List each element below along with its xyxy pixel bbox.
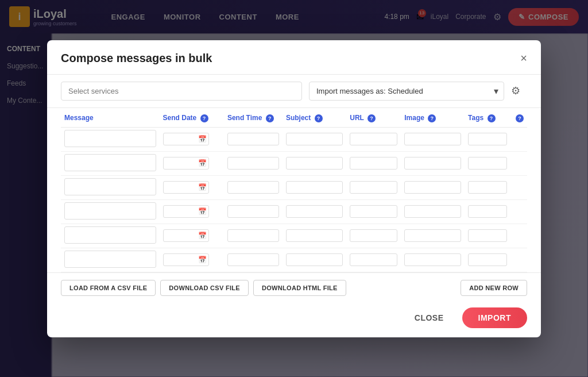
url-input[interactable] <box>350 229 397 242</box>
table-row: 📅 <box>61 151 527 175</box>
tags-cell <box>465 199 510 224</box>
send-time-input[interactable] <box>227 229 279 242</box>
settings-gear-button[interactable]: ⚙ <box>511 84 520 97</box>
col-subject: Subject ? <box>283 108 346 128</box>
table-row: 📅 <box>61 224 527 248</box>
url-cell <box>346 199 401 224</box>
send-time-input[interactable] <box>227 253 279 266</box>
import-select[interactable]: Import messages as: Scheduled <box>309 82 504 101</box>
modal-title: Compose messages in bulk <box>61 52 212 65</box>
send-time-input[interactable] <box>227 157 279 170</box>
url-help-icon[interactable]: ? <box>368 114 376 122</box>
subject-input[interactable] <box>286 229 343 242</box>
image-input[interactable] <box>404 157 461 170</box>
tags-input[interactable] <box>468 133 507 145</box>
message-cell <box>61 199 160 224</box>
extra-help-icon[interactable]: ? <box>516 114 524 122</box>
send-time-cell <box>224 151 283 175</box>
send-time-input[interactable] <box>227 181 279 194</box>
extra-cell <box>510 127 527 151</box>
url-input[interactable] <box>350 157 397 170</box>
tags-help-icon[interactable]: ? <box>488 114 496 122</box>
tags-input[interactable] <box>468 181 507 194</box>
url-cell <box>346 248 401 272</box>
send-date-cell: 📅 <box>160 175 224 199</box>
download-csv-button[interactable]: DOWNLOAD CSV FILE <box>160 280 249 296</box>
send-time-input[interactable] <box>227 205 279 218</box>
tags-input[interactable] <box>468 229 507 242</box>
tags-cell <box>465 151 510 175</box>
modal-close-button[interactable]: × <box>520 52 527 64</box>
image-cell <box>401 175 465 199</box>
message-cell <box>61 175 160 199</box>
message-input[interactable] <box>64 154 156 171</box>
col-message: Message <box>61 108 160 128</box>
image-help-icon[interactable]: ? <box>428 114 436 122</box>
url-input[interactable] <box>350 133 397 145</box>
col-send-time: Send Time ? <box>224 108 283 128</box>
message-input[interactable] <box>64 202 156 220</box>
image-cell <box>401 224 465 248</box>
col-url: URL ? <box>346 108 401 128</box>
send-time-cell <box>224 199 283 224</box>
image-input[interactable] <box>404 133 461 145</box>
image-cell <box>401 151 465 175</box>
subject-input[interactable] <box>286 157 343 170</box>
tags-cell <box>465 175 510 199</box>
message-input[interactable] <box>64 226 156 244</box>
send-time-help-icon[interactable]: ? <box>266 114 274 122</box>
image-input[interactable] <box>404 253 461 266</box>
load-csv-button[interactable]: LOAD FROM A CSV FILE <box>61 280 156 296</box>
url-cell <box>346 151 401 175</box>
subject-cell <box>283 248 346 272</box>
table-header-row: Message Send Date ? Send Time ? Subject <box>61 108 527 128</box>
message-input[interactable] <box>64 130 156 147</box>
url-cell <box>346 175 401 199</box>
url-input[interactable] <box>350 205 397 218</box>
extra-cell <box>510 199 527 224</box>
url-input[interactable] <box>350 181 397 194</box>
send-date-input[interactable] <box>163 205 209 218</box>
tags-cell <box>465 224 510 248</box>
image-input[interactable] <box>404 181 461 194</box>
url-cell <box>346 224 401 248</box>
url-cell <box>346 127 401 151</box>
download-html-button[interactable]: DOWNLOAD HTML FILE <box>253 280 346 296</box>
send-date-cell: 📅 <box>160 248 224 272</box>
subject-input[interactable] <box>286 181 343 194</box>
message-input[interactable] <box>64 178 156 195</box>
subject-input[interactable] <box>286 205 343 218</box>
message-input[interactable] <box>64 251 156 268</box>
send-time-input[interactable] <box>227 133 279 145</box>
message-cell <box>61 224 160 248</box>
services-select-input[interactable] <box>61 82 302 101</box>
tags-input[interactable] <box>468 205 507 218</box>
modal-toolbar: Import messages as: Scheduled ⚙ <box>47 75 541 108</box>
subject-input[interactable] <box>286 133 343 145</box>
message-cell <box>61 127 160 151</box>
tags-cell <box>465 127 510 151</box>
send-date-input[interactable] <box>163 133 209 145</box>
extra-cell <box>510 248 527 272</box>
send-date-cell: 📅 <box>160 199 224 224</box>
table-body: 📅📅📅📅📅📅 <box>61 127 527 272</box>
send-date-input[interactable] <box>163 253 209 266</box>
subject-help-icon[interactable]: ? <box>315 114 323 122</box>
url-input[interactable] <box>350 253 397 266</box>
compose-bulk-modal: Compose messages in bulk × Import messag… <box>47 40 541 337</box>
tags-input[interactable] <box>468 253 507 266</box>
import-button[interactable]: IMPORT <box>462 307 527 328</box>
col-send-date: Send Date ? <box>160 108 224 128</box>
subject-input[interactable] <box>286 253 343 266</box>
send-date-input[interactable] <box>163 181 209 194</box>
send-date-input[interactable] <box>163 157 209 170</box>
send-date-cell: 📅 <box>160 127 224 151</box>
send-date-input[interactable] <box>163 229 209 242</box>
add-new-row-button[interactable]: ADD NEW ROW <box>461 280 527 296</box>
tags-input[interactable] <box>468 157 507 170</box>
modal-action-footer: CLOSE IMPORT <box>47 303 541 337</box>
close-button[interactable]: CLOSE <box>405 309 453 327</box>
send-date-help-icon[interactable]: ? <box>200 114 208 122</box>
image-input[interactable] <box>404 229 461 242</box>
image-input[interactable] <box>404 205 461 218</box>
